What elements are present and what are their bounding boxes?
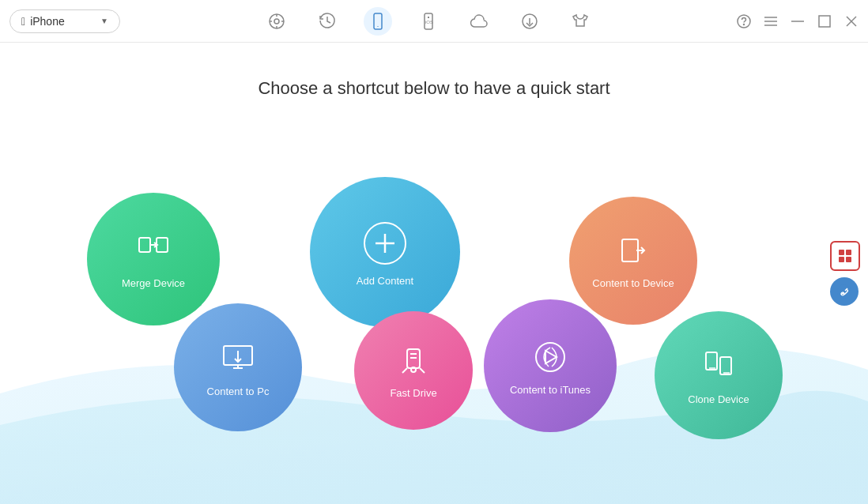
fast-drive-label: Fast Drive [390,387,436,399]
nav-icons: iOS [262,7,594,36]
content-to-pc-label: Content to Pc [207,386,270,397]
content-to-itunes-label: Content to iTunes [510,384,591,396]
svg-rect-40 [846,257,851,262]
tools-button[interactable] [830,277,859,306]
svg-rect-2 [374,13,382,29]
svg-point-29 [411,367,416,372]
svg-point-41 [837,284,851,299]
minimize-button[interactable] [791,14,805,28]
device-name-label: iPhone [30,15,96,28]
main-content: Choose a shortcut below to have a quick … [0,43,868,504]
window-controls [737,14,859,28]
ios-nav-icon[interactable]: iOS [414,7,443,36]
content-to-itunes-button[interactable]: Content to iTunes [484,299,617,432]
grid-view-button[interactable] [830,241,860,271]
svg-text:iOS: iOS [425,20,433,24]
download-nav-icon[interactable] [515,7,544,36]
svg-rect-39 [839,257,844,262]
tshirt-nav-icon[interactable] [566,7,594,36]
svg-line-30 [402,368,407,373]
svg-rect-33 [706,352,717,370]
svg-rect-37 [839,250,844,255]
svg-line-31 [420,368,425,373]
menu-button[interactable] [764,14,778,28]
chevron-down-icon: ▼ [100,17,108,25]
content-to-device-button[interactable]: Content to Device [569,197,697,325]
device-selector[interactable]:  iPhone ▼ [9,9,120,33]
history-nav-icon[interactable] [313,7,342,36]
floating-buttons [830,241,862,306]
phone-nav-icon[interactable] [364,7,392,36]
merge-device-label: Merge Device [122,277,185,289]
svg-rect-38 [846,250,851,255]
svg-rect-21 [622,239,638,261]
maximize-button[interactable] [817,14,832,28]
merge-device-button[interactable]: Merge Device [87,193,220,325]
svg-rect-16 [139,238,150,252]
close-button[interactable] [844,14,859,28]
svg-point-32 [536,343,564,371]
clone-device-label: Clone Device [688,393,749,405]
content-to-pc-button[interactable]: Content to Pc [174,303,302,431]
add-content-label: Add Content [357,275,413,287]
fast-drive-button[interactable]: Fast Drive [354,311,473,430]
svg-rect-13 [819,16,830,27]
page-title: Choose a shortcut below to have a quick … [0,43,868,99]
music-nav-icon[interactable] [262,7,291,36]
shortcuts-container: Merge Device Add Content Content to Devi… [0,145,868,504]
cloud-nav-icon[interactable] [465,7,493,36]
help-button[interactable] [737,14,751,28]
clone-device-button[interactable]: Clone Device [655,311,783,439]
apple-logo-icon:  [21,15,25,28]
svg-point-1 [274,19,279,24]
add-content-button[interactable]: Add Content [310,177,460,327]
title-bar:  iPhone ▼ [0,0,868,43]
content-to-device-label: Content to Device [592,277,674,289]
svg-rect-35 [720,357,731,374]
svg-point-8 [744,24,745,24]
